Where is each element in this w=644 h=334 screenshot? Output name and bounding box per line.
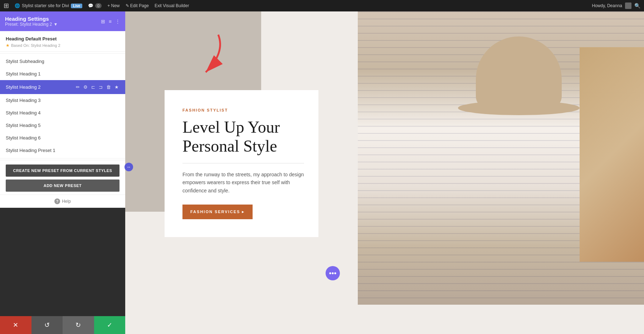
- preset-buttons-divider: [0, 158, 125, 158]
- preset-item-heading5[interactable]: Stylist Heading 5: [0, 119, 125, 132]
- preset-item-heading3[interactable]: Stylist Heading 3: [0, 94, 125, 107]
- new-content-link[interactable]: + New: [107, 3, 119, 8]
- hat-shape: [458, 33, 580, 126]
- hat-brim: [458, 101, 580, 115]
- delete-preset-icon[interactable]: 🗑: [106, 84, 112, 90]
- close-icon: ✕: [13, 321, 18, 329]
- add-preset-button[interactable]: ADD NEW PRESET: [6, 180, 119, 192]
- resize-icon: ↔: [127, 164, 131, 170]
- panel-header-left: Heading Settings Preset: Stylist Heading…: [5, 16, 58, 27]
- preset-item-name: Stylist Heading 3: [6, 98, 119, 103]
- help-icon: ?: [54, 198, 60, 204]
- duplicate-preset-icon[interactable]: ⊐: [98, 84, 103, 90]
- more-dots-icon: •••: [329, 269, 336, 277]
- help-link[interactable]: ? Help: [0, 195, 125, 208]
- fashion-services-button[interactable]: FASHION SERVICES ▸: [182, 205, 253, 219]
- create-preset-button[interactable]: CREATE NEW PRESET FROM CURRENT STYLES: [6, 164, 119, 177]
- preset-item-actions: ✏ ⚙ ⊏ ⊐ 🗑 ★: [75, 84, 119, 90]
- wordpress-logo-icon[interactable]: ⊞: [4, 2, 9, 10]
- hero-card: FASHION STYLIST Level Up Your Personal S…: [165, 90, 318, 237]
- panel-preset-label[interactable]: Preset: Stylist Heading 2 ▼: [5, 22, 58, 27]
- apply-preset-icon[interactable]: ⊏: [91, 84, 96, 90]
- preset-item-name: Stylist Heading 5: [6, 123, 119, 128]
- save-button[interactable]: ✓: [94, 316, 126, 334]
- panel-columns-icon[interactable]: ≡: [109, 19, 112, 24]
- exit-visual-builder-link[interactable]: Exit Visual Builder: [155, 3, 189, 8]
- preset-buttons-section: CREATE NEW PRESET FROM CURRENT STYLES AD…: [0, 160, 125, 195]
- settings-preset-icon[interactable]: ⚙: [83, 84, 88, 90]
- redo-button[interactable]: ↻: [63, 316, 94, 334]
- preset-divider: [0, 53, 125, 54]
- arm-visual: [580, 47, 644, 262]
- hero-body: From the runway to the streets, my appro…: [182, 171, 304, 195]
- preset-item-name: Stylist Heading Preset 1: [6, 148, 119, 153]
- preset-item-name: Stylist Subheading: [6, 59, 119, 64]
- comment-count: 0: [95, 3, 102, 8]
- resize-handle[interactable]: ↔: [125, 163, 133, 171]
- help-label: Help: [62, 199, 71, 204]
- preset-item-heading6[interactable]: Stylist Heading 6: [0, 132, 125, 144]
- hero-subtitle: FASHION STYLIST: [182, 108, 304, 112]
- undo-icon: ↺: [44, 321, 50, 329]
- preset-item-subheading[interactable]: Stylist Subheading: [0, 55, 125, 68]
- hero-title: Level Up Your Personal Style: [182, 118, 304, 156]
- admin-bar-right: Howdy, Deanna 🔍: [592, 3, 641, 9]
- default-preset-section: Heading Default Preset ★ Based On: Styli…: [0, 31, 125, 52]
- left-panel: Heading Settings Preset: Stylist Heading…: [0, 11, 125, 334]
- panel-title: Heading Settings: [5, 16, 58, 22]
- preset-dropdown: Heading Default Preset ★ Based On: Styli…: [0, 31, 125, 208]
- preset-item-heading-preset1[interactable]: Stylist Heading Preset 1: [0, 144, 125, 157]
- hat-crown: [476, 36, 562, 108]
- admin-bar: ⊞ 🌐 Stylist starter site for Divi Live 💬…: [0, 0, 644, 11]
- site-icon: 🌐: [15, 3, 20, 8]
- avatar[interactable]: [625, 3, 631, 9]
- more-options-button[interactable]: •••: [326, 266, 340, 280]
- preset-item-heading2[interactable]: Stylist Heading 2 ✏ ⚙ ⊏ ⊐ 🗑 ★: [0, 80, 125, 94]
- right-partial-image: [580, 47, 644, 262]
- close-button[interactable]: ✕: [0, 316, 31, 334]
- preset-item-name: Stylist Heading 4: [6, 110, 119, 116]
- preset-item-heading4[interactable]: Stylist Heading 4: [0, 107, 125, 119]
- main-content: FASHION STYLIST Level Up Your Personal S…: [125, 11, 644, 334]
- hero-divider: [182, 163, 304, 163]
- redo-icon: ↻: [75, 321, 81, 329]
- preset-item-name: Stylist Heading 6: [6, 135, 119, 141]
- preset-list: Stylist Subheading Stylist Heading 1 Sty…: [0, 55, 125, 157]
- howdy-text: Howdy, Deanna: [592, 3, 623, 8]
- save-icon: ✓: [107, 321, 112, 329]
- preset-item-heading1[interactable]: Stylist Heading 1: [0, 68, 125, 80]
- panel-header: Heading Settings Preset: Stylist Heading…: [0, 11, 125, 31]
- panel-header-icons: ⊞ ≡ ⋮: [101, 19, 120, 24]
- chevron-down-icon: ▼: [53, 22, 58, 27]
- comment-icon: 💬: [88, 3, 93, 8]
- bottom-toolbar: ✕ ↺ ↻ ✓: [0, 316, 125, 334]
- edit-page-link[interactable]: ✎ Edit Page: [126, 3, 149, 8]
- comments-link[interactable]: 💬 0: [88, 3, 102, 8]
- live-badge: Live: [71, 4, 82, 8]
- search-icon[interactable]: 🔍: [634, 3, 640, 9]
- preset-based-on: ★ Based On: Stylist Heading 2: [6, 43, 119, 48]
- edit-preset-icon[interactable]: ✏: [75, 84, 80, 90]
- undo-button[interactable]: ↺: [31, 316, 63, 334]
- panel-more-icon[interactable]: ⋮: [115, 19, 120, 24]
- preset-item-name: Stylist Heading 1: [6, 71, 119, 77]
- panel-layout-icon[interactable]: ⊞: [101, 19, 105, 24]
- preset-item-name: Stylist Heading 2: [6, 84, 75, 90]
- star-preset-icon[interactable]: ★: [114, 84, 119, 90]
- default-preset-title: Heading Default Preset: [6, 36, 119, 41]
- star-icon: ★: [6, 43, 10, 48]
- site-name[interactable]: 🌐 Stylist starter site for Divi Live: [15, 3, 82, 8]
